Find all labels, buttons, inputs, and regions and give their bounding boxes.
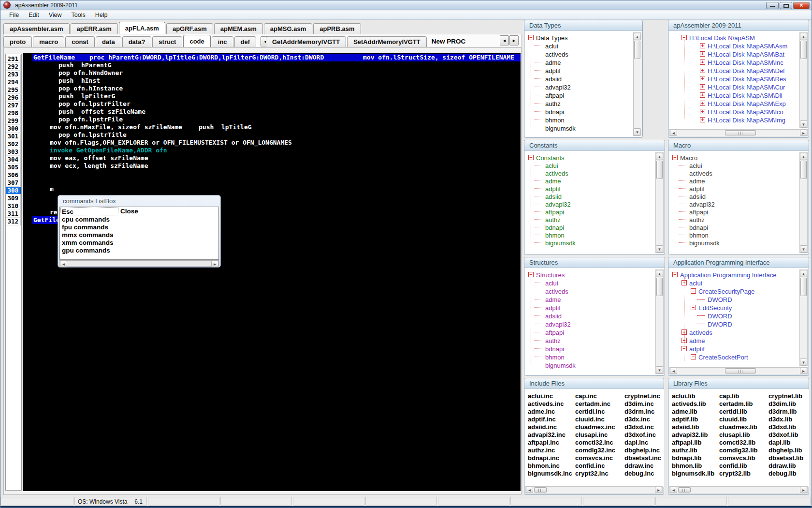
- line-number-304[interactable]: 304: [6, 156, 21, 164]
- file-item[interactable]: cryptnet.inc: [624, 392, 660, 400]
- file-item[interactable]: debug.inc: [624, 470, 654, 477]
- popup-item-cpu[interactable]: cpu commands: [60, 216, 218, 224]
- tree-item[interactable]: bdnapi: [525, 224, 656, 232]
- file-item[interactable]: dbsetsst.lib: [768, 454, 803, 462]
- tab-scroll-right-button[interactable]: ►: [509, 35, 519, 45]
- tree-collapse-icon[interactable]: −: [691, 288, 696, 294]
- tree-item[interactable]: adme: [525, 178, 656, 186]
- scroll-down-icon[interactable]: ▼: [656, 366, 663, 374]
- file-tab-apprb-asm[interactable]: apPRB.asm: [313, 23, 361, 34]
- tree-collapse-icon[interactable]: −: [528, 35, 534, 40]
- popup-row-esc[interactable]: EscClose: [60, 208, 218, 215]
- line-number-293[interactable]: 293: [6, 71, 21, 78]
- scroll-left-icon[interactable]: ◄: [670, 130, 677, 136]
- tree-collapse-icon[interactable]: −: [528, 155, 534, 160]
- file-item[interactable]: d3dxd.lib: [768, 423, 796, 431]
- file-item[interactable]: ddraw.lib: [768, 462, 796, 469]
- tree-expand-icon[interactable]: +: [700, 51, 705, 57]
- tree-item[interactable]: adme: [525, 296, 656, 304]
- file-item[interactable]: advapi32.inc: [528, 431, 566, 438]
- file-item[interactable]: aclui.lib: [672, 392, 695, 400]
- tree-expand-icon[interactable]: +: [700, 68, 705, 73]
- line-number-292[interactable]: 292: [6, 63, 21, 71]
- file-item[interactable]: adsiid.inc: [528, 423, 557, 431]
- file-item[interactable]: activeds.inc: [528, 400, 564, 407]
- file-item[interactable]: d3dxd.inc: [624, 423, 654, 431]
- tree-item[interactable]: activeds: [525, 288, 656, 296]
- tree-item[interactable]: adsiid: [525, 75, 634, 84]
- scrollbar-thumb[interactable]: [725, 130, 756, 135]
- file-item[interactable]: cluadmex.inc: [575, 423, 615, 431]
- scroll-down-icon[interactable]: ▼: [800, 359, 807, 366]
- tree-collapse-icon[interactable]: −: [682, 35, 687, 40]
- section-tab-macro[interactable]: macro: [33, 36, 64, 47]
- file-item[interactable]: d3dxof.inc: [624, 431, 656, 438]
- file-item[interactable]: d3dim.inc: [624, 400, 654, 407]
- file-item[interactable]: authz.lib: [672, 447, 697, 454]
- file-item[interactable]: comdlg32.inc: [575, 447, 615, 454]
- file-item[interactable]: comctl32.inc: [575, 439, 613, 446]
- tree-item[interactable]: authz: [525, 100, 634, 108]
- tree-item[interactable]: adme: [525, 59, 634, 67]
- tree-item[interactable]: bhmon: [525, 354, 656, 362]
- file-item[interactable]: cap.inc: [575, 392, 597, 400]
- tree-item[interactable]: activeds: [525, 170, 656, 178]
- file-item[interactable]: cap.lib: [719, 392, 739, 400]
- file-item[interactable]: dapi.lib: [768, 439, 791, 446]
- tree-item[interactable]: bhmon: [525, 117, 634, 125]
- file-item[interactable]: bignumsdk.lib: [672, 470, 714, 477]
- scroll-up-icon[interactable]: ▲: [656, 153, 663, 160]
- tree-item[interactable]: −EditSecurity: [669, 304, 800, 313]
- file-tab-apmem-asm[interactable]: apMEM.asm: [214, 23, 263, 34]
- file-item[interactable]: advapi32.lib: [672, 431, 708, 438]
- tree-item[interactable]: advapi32: [525, 321, 656, 329]
- file-item[interactable]: certadm.inc: [575, 400, 610, 407]
- scroll-left-icon[interactable]: ◄: [526, 487, 533, 493]
- line-number-299[interactable]: 299: [6, 117, 21, 125]
- tree-item[interactable]: +H:\Local Disk N\apASM\Inc: [669, 59, 800, 67]
- tree-item[interactable]: adsiid: [525, 313, 656, 321]
- file-item[interactable]: bignumsdk.inc: [528, 470, 572, 477]
- scroll-up-icon[interactable]: ▲: [634, 33, 641, 40]
- tab-scroll-left-button[interactable]: ◄: [500, 35, 509, 45]
- scrollbar-thumb[interactable]: [800, 278, 807, 296]
- scroll-right-icon[interactable]: ►: [211, 261, 218, 267]
- file-item[interactable]: ddraw.inc: [624, 462, 653, 469]
- scrollbar-thumb[interactable]: [656, 278, 663, 296]
- tree-collapse-icon[interactable]: −: [691, 305, 696, 310]
- tree-item[interactable]: activeds: [525, 51, 634, 59]
- scrollbar-thumb[interactable]: [534, 487, 547, 493]
- line-number-310[interactable]: 310: [6, 202, 21, 210]
- scroll-right-icon[interactable]: ►: [800, 130, 807, 136]
- tree-item[interactable]: +H:\Local Disk N\apASM\Res: [669, 75, 800, 84]
- scroll-up-icon[interactable]: ▲: [800, 153, 807, 160]
- scroll-up-icon[interactable]: ▲: [800, 270, 807, 277]
- tree-item[interactable]: +H:\Local Disk N\apASM\Bat: [669, 51, 800, 59]
- tree-collapse-icon[interactable]: −: [691, 354, 696, 359]
- line-number-311[interactable]: 311: [6, 210, 21, 218]
- tree-expand-icon[interactable]: +: [700, 117, 705, 122]
- minimize-button[interactable]: [766, 2, 779, 9]
- vertical-scrollbar[interactable]: ▲▼: [799, 32, 808, 128]
- file-item[interactable]: dbsetsst.inc: [624, 454, 661, 462]
- line-number-291[interactable]: 291: [6, 55, 21, 63]
- scroll-right-icon[interactable]: ►: [655, 487, 662, 493]
- file-item[interactable]: cluadmex.lib: [719, 423, 757, 431]
- section-tab-inc[interactable]: inc: [212, 36, 233, 47]
- file-item[interactable]: certidl.inc: [575, 408, 605, 415]
- tree-item[interactable]: adptif: [669, 185, 800, 194]
- tree-item[interactable]: advapi32: [669, 201, 800, 209]
- section-tab-def[interactable]: def: [234, 36, 257, 47]
- tree-item[interactable]: −Application Programming Interface: [669, 271, 800, 280]
- file-item[interactable]: bdnapi.inc: [528, 454, 559, 462]
- section-tab-const[interactable]: const: [65, 36, 95, 47]
- file-item[interactable]: bdnapi.lib: [672, 454, 701, 462]
- menu-item-edit[interactable]: Edit: [24, 11, 44, 19]
- scroll-left-icon[interactable]: ◄: [670, 487, 677, 493]
- file-item[interactable]: confid.lib: [719, 462, 747, 469]
- tree-item[interactable]: activeds: [669, 170, 800, 178]
- tree-item[interactable]: +activeds: [669, 329, 800, 337]
- line-number-303[interactable]: 303: [6, 148, 21, 156]
- tree-expand-icon[interactable]: +: [700, 60, 705, 65]
- tree-item[interactable]: DWORD: [669, 313, 800, 321]
